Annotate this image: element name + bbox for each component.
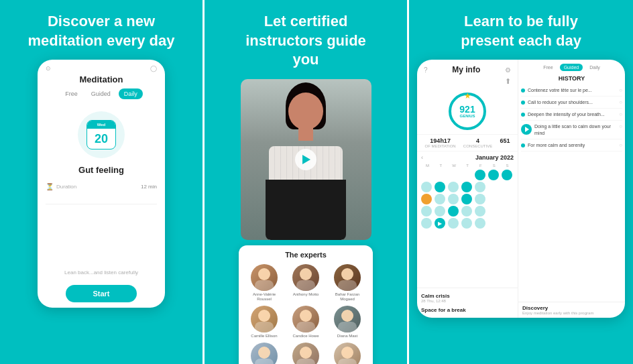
timer-icon: ⏳: [46, 183, 54, 190]
discovery-title: Discovery: [522, 305, 621, 311]
p3r-tab-daily[interactable]: Daily: [585, 64, 604, 71]
expert-avatar-4: [251, 306, 278, 332]
bottom-item-1: Calm crisis 28 Thu, 12:48: [421, 291, 514, 305]
history-item-4: Doing a little scan to calm down your mi…: [521, 121, 622, 139]
day-label: T: [461, 164, 474, 168]
day-cell: [475, 206, 485, 217]
subtitle-text: Lean back...and listen carefully: [64, 269, 138, 276]
divider-1: [46, 204, 157, 204]
person-face: [288, 93, 323, 130]
panel-1: Discover a new meditation every day ⊙ ◯ …: [0, 0, 203, 364]
history-item-2: Call to reduce your shoulders... ○: [521, 97, 622, 109]
expert-avatar-9: [334, 343, 361, 364]
history-label: HISTORY: [518, 74, 625, 83]
discovery-sub: Enjoy meditation early with this program: [522, 311, 621, 315]
day-cell-play[interactable]: ▶: [435, 218, 445, 229]
experts-card-title: The experts: [245, 251, 366, 259]
item-dot-5: [521, 143, 525, 147]
stat-value-time: 194h17: [430, 137, 451, 144]
tab-free[interactable]: Free: [60, 88, 83, 99]
badge-circle: ★ 921 GENIUS: [449, 93, 486, 130]
item-dot-1: [521, 88, 525, 93]
tab-daily[interactable]: Daily: [119, 88, 143, 99]
history-item-3: Deepen the intensity of your breath... ○: [521, 109, 622, 121]
cal-body: 20: [87, 129, 115, 149]
day-cell: [502, 170, 512, 180]
start-button[interactable]: Start: [66, 285, 136, 302]
panel3-title: Learn to be fully present each day: [447, 12, 595, 50]
day-cell: [461, 194, 472, 204]
cal-prev-icon[interactable]: ‹: [421, 154, 423, 161]
calm-crisis-sub: 28 Thu, 12:48: [421, 299, 514, 303]
expert-avatar-1: [251, 264, 278, 291]
instructor-container: [241, 79, 371, 240]
stat-consecutive: 4 CONSECUTIVE: [463, 137, 492, 148]
item-text-4: Doing a little scan to calm down your mi…: [534, 123, 616, 135]
stat-label-time: OF MEDITATION: [425, 144, 456, 148]
gear-icon[interactable]: ⚙: [505, 66, 511, 74]
day-cell: [435, 170, 445, 180]
stat-meditation-time: 194h17 OF MEDITATION: [425, 137, 456, 148]
play-button[interactable]: [295, 149, 316, 170]
phone-content-1: Wed 20 Gut feeling ⏳ Duration 12 min Lea…: [38, 106, 165, 308]
discovery-section: Discovery Enjoy meditation early with th…: [518, 302, 625, 318]
expert-item: Anthony Motto: [287, 264, 325, 302]
bottom-item-2: Space for a break: [421, 305, 514, 315]
item-dot-2: [521, 101, 525, 105]
tab-guided[interactable]: Guided: [86, 88, 116, 99]
calendar-inner: Wed 20: [87, 120, 116, 149]
stats-row: 194h17 OF MEDITATION 4 CONSECUTIVE 651: [417, 134, 518, 151]
history-item-5: For more calm and serenity ○: [521, 139, 622, 151]
p3-right-panel: Free Guided Daily HISTORY Contenez votre…: [518, 60, 625, 318]
day-cell: [475, 170, 485, 180]
day-cell: [502, 182, 512, 192]
day-cell: [421, 170, 432, 180]
day-label: T: [435, 164, 447, 168]
phone-mockup-3: ? My info ⚙ ⬆ ★ 921 GENIUS 194h17 OF MED…: [417, 60, 625, 318]
day-cell: [448, 194, 459, 204]
phone-title-1: Meditation: [38, 74, 165, 88]
person-skirt: [266, 180, 346, 240]
badge-star-icon: ★: [464, 91, 471, 101]
day-cell: [461, 218, 472, 229]
share-icon[interactable]: ⬆: [505, 77, 511, 86]
history-items: Contenez votre tête sur le pe... ○ Call …: [518, 83, 625, 302]
day-cell: [448, 206, 459, 217]
p3r-tab-guided[interactable]: Guided: [560, 64, 583, 71]
day-grid: ▶: [421, 170, 514, 229]
cal-header: Wed: [87, 121, 115, 129]
cal-month-label: Wed: [97, 123, 106, 127]
expert-item: Candice Howe: [287, 306, 325, 339]
instructor-photo: [241, 79, 371, 240]
day-cell: [488, 194, 499, 204]
day-cell: [461, 170, 472, 180]
day-cell: [475, 182, 485, 192]
expert-name-5: Candice Howe: [292, 334, 319, 339]
day-cell: [488, 170, 499, 180]
stat-label-consec: CONSECUTIVE: [463, 144, 492, 148]
calm-crisis-title: Calm crisis: [421, 293, 514, 299]
p3r-tab-free[interactable]: Free: [539, 64, 557, 71]
day-cell: [502, 206, 512, 217]
calendar-month-label: January 2022: [475, 154, 514, 161]
badge-label: GENIUS: [459, 114, 475, 118]
day-cell: [435, 194, 445, 204]
day-cell: [475, 194, 485, 204]
play-button-4[interactable]: [521, 124, 532, 135]
day-label: M: [421, 164, 434, 168]
calendar-nav: ‹ January 2022: [421, 154, 514, 161]
expert-avatar-8: [292, 343, 319, 364]
day-label: F: [474, 164, 487, 168]
item-text-2: Call to reduce your shoulders...: [528, 99, 616, 105]
duration-value: 12 min: [141, 184, 157, 190]
expert-item: Anne-Valérie Roussel: [245, 264, 283, 302]
p3-left-panel: ? My info ⚙ ⬆ ★ 921 GENIUS 194h17 OF MED…: [417, 60, 518, 318]
panel2-content: The experts Anne-Valérie Roussel Anthony…: [213, 79, 399, 364]
day-cell: [488, 182, 499, 192]
p3-header: ? My info ⚙: [417, 60, 518, 77]
duration-label: ⏳ Duration: [46, 183, 76, 190]
expert-avatar-6: [334, 306, 361, 332]
expert-item: Diana Mast: [329, 306, 366, 339]
day-cell: [461, 182, 472, 192]
expert-avatar-2: [292, 264, 319, 291]
